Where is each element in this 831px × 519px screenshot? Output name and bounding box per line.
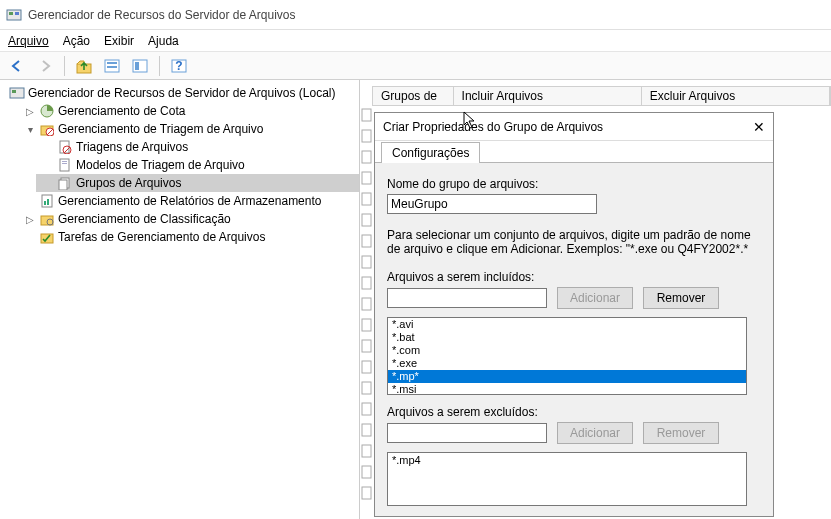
tree-label: Triagens de Arquivos <box>76 140 188 154</box>
tree-label: Gerenciamento de Triagem de Arquivo <box>58 122 263 136</box>
gear-folder-icon <box>39 211 55 227</box>
list-item[interactable]: *.exe <box>388 357 746 370</box>
title-bar: Gerenciador de Recursos do Servidor de A… <box>0 0 831 30</box>
tree-root[interactable]: Gerenciador de Recursos de Servidor de A… <box>0 84 359 102</box>
exclude-remove-button[interactable]: Remover <box>643 422 719 444</box>
back-button[interactable] <box>6 55 28 77</box>
tree-reports[interactable]: Gerenciamento de Relatórios de Armazenam… <box>18 192 359 210</box>
svg-rect-43 <box>362 361 371 373</box>
dialog-titlebar: Criar Propriedades do Grupo de Arquivos … <box>375 113 773 141</box>
tree-label: Tarefas de Gerenciamento de Arquivos <box>58 230 265 244</box>
svg-rect-31 <box>362 109 371 121</box>
svg-rect-12 <box>12 90 16 93</box>
svg-rect-38 <box>362 256 371 268</box>
page-deny-icon <box>57 139 73 155</box>
exclude-listbox[interactable]: *.mp4 <box>387 452 747 506</box>
tree-screenings[interactable]: Triagens de Arquivos <box>36 138 359 156</box>
page-icon <box>361 423 373 437</box>
tree-screening[interactable]: ▾ Gerenciamento de Triagem de Arquivo <box>18 120 359 138</box>
list-item[interactable]: *.com <box>388 344 746 357</box>
svg-rect-33 <box>362 151 371 163</box>
workspace: Gerenciador de Recursos de Servidor de A… <box>0 80 831 519</box>
svg-rect-1 <box>9 12 13 15</box>
svg-rect-37 <box>362 235 371 247</box>
svg-rect-6 <box>107 66 117 68</box>
page-icon <box>361 402 373 416</box>
svg-rect-44 <box>362 382 371 394</box>
include-label: Arquivos a serem incluídos: <box>387 270 761 284</box>
disk-icon <box>39 103 55 119</box>
page-icon <box>361 465 373 479</box>
include-pattern-input[interactable] <box>387 288 547 308</box>
col-groups[interactable]: Grupos de ... <box>373 87 454 105</box>
tree-tasks[interactable]: Tarefas de Gerenciamento de Arquivos <box>18 228 359 246</box>
page-icon <box>361 381 373 395</box>
app-icon <box>6 7 22 23</box>
tree-classification[interactable]: ▷ Gerenciamento de Classificação <box>18 210 359 228</box>
menu-bar: Arquivo Ação Exibir Ajuda <box>0 30 831 52</box>
tree-file-groups[interactable]: Grupos de Arquivos <box>36 174 359 192</box>
chevron-down-icon: ▾ <box>24 124 36 135</box>
view-list-button[interactable] <box>101 55 123 77</box>
svg-rect-49 <box>362 487 371 499</box>
svg-rect-27 <box>47 199 49 205</box>
svg-rect-35 <box>362 193 371 205</box>
close-icon[interactable]: ✕ <box>753 119 765 135</box>
list-item[interactable]: *.msi <box>388 383 746 395</box>
toolbar-separator-2 <box>159 56 160 76</box>
list-item[interactable]: *.bat <box>388 331 746 344</box>
report-icon <box>39 193 55 209</box>
tree-label: Grupos de Arquivos <box>76 176 181 190</box>
screen-folder-icon <box>39 121 55 137</box>
help-button[interactable]: ? <box>168 55 190 77</box>
tree-quota[interactable]: ▷ Gerenciamento de Cota <box>18 102 359 120</box>
chevron-right-icon: ▷ <box>24 214 36 225</box>
page-icon <box>57 157 73 173</box>
include-listbox[interactable]: *.avi*.bat*.com*.exe*.mp**.msi <box>387 317 747 395</box>
help-text: Para selecionar um conjunto de arquivos,… <box>387 228 761 256</box>
list-item[interactable]: *.mp* <box>388 370 746 383</box>
page-icon <box>361 234 373 248</box>
svg-rect-20 <box>60 159 69 171</box>
page-icon <box>361 171 373 185</box>
svg-rect-45 <box>362 403 371 415</box>
page-icon <box>361 318 373 332</box>
include-remove-button[interactable]: Remover <box>643 287 719 309</box>
tab-settings[interactable]: Configurações <box>381 142 480 163</box>
page-icon <box>361 255 373 269</box>
menu-ajuda[interactable]: Ajuda <box>148 34 179 48</box>
dialog-title: Criar Propriedades do Grupo de Arquivos <box>383 120 603 134</box>
list-item[interactable]: *.mp4 <box>388 453 746 467</box>
exclude-add-button[interactable]: Adicionar <box>557 422 633 444</box>
forward-button[interactable] <box>34 55 56 77</box>
page-icon <box>361 486 373 500</box>
content-pane: Grupos de ... Incluir Arquivos Excluir A… <box>360 80 831 519</box>
exclude-pattern-input[interactable] <box>387 423 547 443</box>
svg-rect-21 <box>62 161 67 162</box>
menu-acao[interactable]: Ação <box>63 34 90 48</box>
tree-templates[interactable]: Modelos de Triagem de Arquivo <box>36 156 359 174</box>
page-icon <box>361 444 373 458</box>
menu-arquivo[interactable]: Arquivo <box>8 34 49 48</box>
svg-rect-2 <box>15 12 19 15</box>
svg-rect-26 <box>44 201 46 205</box>
view-detail-button[interactable] <box>129 55 151 77</box>
page-icon <box>361 108 373 122</box>
page-icon <box>361 297 373 311</box>
svg-rect-5 <box>107 62 117 64</box>
svg-rect-22 <box>62 163 67 164</box>
svg-rect-39 <box>362 277 371 289</box>
include-add-button[interactable]: Adicionar <box>557 287 633 309</box>
dialog-tabstrip: Configurações <box>375 141 773 163</box>
col-exclude[interactable]: Excluir Arquivos <box>642 87 830 105</box>
col-include[interactable]: Incluir Arquivos <box>454 87 642 105</box>
list-item[interactable]: *.avi <box>388 318 746 331</box>
svg-rect-40 <box>362 298 371 310</box>
svg-rect-8 <box>135 62 139 70</box>
up-button[interactable] <box>73 55 95 77</box>
menu-exibir[interactable]: Exibir <box>104 34 134 48</box>
group-name-input[interactable] <box>387 194 597 214</box>
tree-label: Gerenciador de Recursos de Servidor de A… <box>28 86 336 100</box>
page-icon <box>361 339 373 353</box>
row-icon-gutter <box>360 108 374 500</box>
